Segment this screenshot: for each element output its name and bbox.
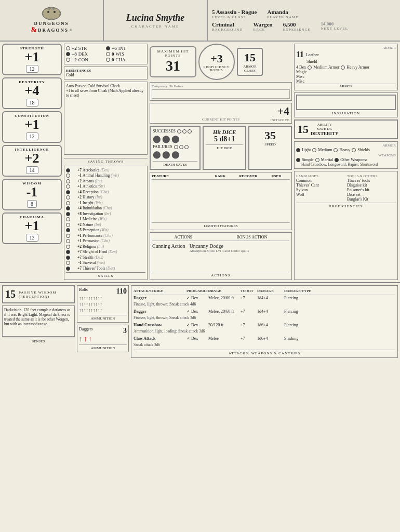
character-name-label: CHARACTER NAME (131, 24, 180, 29)
tool-item: Disguise kit (347, 183, 396, 188)
fail-3[interactable] (184, 145, 189, 149)
armor-class-label: ARMOR CLASS (240, 64, 260, 73)
shields-label: Shields (357, 148, 370, 152)
skill-item: +1 Persuasion (Cha) (66, 238, 145, 244)
current-hp-content: CURRENT HIT POINTS (202, 117, 239, 122)
light-label: Light (302, 148, 311, 152)
heavy-radio[interactable] (334, 148, 338, 152)
armor-type: Leather (306, 52, 318, 57)
medium-armor-radio[interactable] (308, 65, 312, 70)
skill-circle (66, 212, 70, 216)
skill-circle (66, 168, 70, 172)
uncanny-dodge-name: Uncanny Dodge (190, 243, 249, 249)
intelligence-mod: +2 (4, 152, 60, 165)
weapon-type: Piercing (284, 323, 315, 327)
heavy-label: Heavy (339, 148, 350, 152)
misc2-row: Misc (296, 79, 396, 84)
character-name: Lucina Smythe (126, 12, 185, 23)
next-level-label: Next Level (321, 26, 348, 31)
center-column: MAXIMUM HIT POINTS 31 +3 PROFICIENCY BON… (148, 44, 294, 280)
skill-val: -1 (71, 201, 82, 206)
skill-val: -1 (71, 217, 82, 222)
dragon-icon (41, 6, 62, 21)
tool-item: Poisoner's kit (347, 188, 396, 192)
proficiency-box: +3 PROFICIENCY BONUS (198, 44, 235, 80)
languages-title: LANGUAGES (296, 174, 345, 178)
skill-item: +2 Nature (Int) (66, 222, 145, 228)
martial-radio[interactable] (315, 158, 319, 162)
weapons-header-row: ATTACK/STRIKE PROF/ABILITY RANGE TO HIT … (134, 288, 395, 295)
resistances-value: Cold (66, 73, 145, 77)
header-info-top: 5 Assassin - Rogue LEVEL & CLASS Amanda … (212, 9, 396, 19)
level-class-label: LEVEL & CLASS (212, 15, 257, 19)
intelligence-box: INTELLIGENCE +2 14 (2, 145, 62, 177)
magic-row: Magic (296, 70, 396, 74)
stat-cha: 0 CHA (106, 57, 145, 62)
skill-circle (66, 261, 70, 265)
skill-circle (66, 179, 70, 183)
tool-item: Thieves' tools (347, 178, 396, 183)
skill-name: Survival (Wis) (83, 260, 145, 266)
success-3[interactable] (188, 129, 192, 134)
armor-bottom-label: ARMOR (296, 84, 396, 88)
simple-radio[interactable] (296, 158, 300, 162)
skill-val: +5 (71, 228, 82, 233)
light-radio[interactable] (296, 148, 300, 152)
medium-label: Medium (318, 148, 332, 152)
current-hp-box: +4 CURRENT HIT POINTS INITIATIVE (150, 103, 292, 124)
charisma-box: CHARISMA +1 13 (2, 212, 62, 244)
svg-point-2 (54, 11, 56, 13)
skills-box: +7 Acrobatics (Dex) -1 Animal Handling (… (64, 166, 148, 281)
features-header: FEATURE RANK RECOVER USED (152, 174, 290, 180)
actions-col-header: ACTIONS (175, 235, 193, 240)
skill-val: +8 (71, 211, 82, 217)
race-value: Wargen (253, 21, 272, 28)
ammo-bolts-box: Bolts 110 ↑↑↑↑↑↑↑↑↑↑↑↑↑↑↑↑↑↑↑↑↑↑↑↑↑↑↑↑↑↑… (77, 285, 129, 323)
stat-dex-val: +8 (72, 51, 77, 57)
shields-radio[interactable] (352, 148, 356, 152)
actions-box: ACTIONS BONUS ACTION Cunning Action Unca… (150, 232, 292, 280)
background-label: BACKGROUND (212, 28, 243, 32)
weapon-name: Dagger (134, 296, 185, 300)
other-radio[interactable] (335, 158, 339, 162)
max-hp-val: 31 (153, 58, 193, 74)
skill-item: -1 Medicine (Wis) (66, 217, 145, 222)
charisma-score: 13 (26, 234, 38, 242)
stat-str-val: +2 (72, 46, 77, 51)
notes-text: Auto Pass on Cold Survival Check+1 to al… (66, 84, 145, 98)
success-1[interactable] (177, 129, 181, 134)
temp-hp-field[interactable] (152, 89, 290, 99)
skill-val: +4 (71, 190, 82, 195)
armor-class-val: 15 (240, 51, 260, 64)
skill-item: +8 Investigation (Int) (66, 211, 145, 217)
speed-val: 35 (251, 129, 289, 142)
skills-label: SKILLS (66, 272, 145, 278)
experience-field: 6,500 EXPERIENCE (283, 21, 311, 32)
skill-val: +7 (71, 255, 82, 261)
inspiration-field[interactable] (296, 95, 396, 110)
weapon-damage: 1d4+4 (257, 296, 283, 300)
weapon-damage: 1d6+4 (257, 323, 283, 327)
ammo-bolts-header: Bolts 110 (79, 287, 127, 296)
success-2[interactable] (182, 129, 186, 134)
passive-box: 15 PASSIVE WISDOM (PERCEPTION) (2, 285, 75, 303)
senses-text: Darkvision. 120 feet complete darkness a… (4, 308, 73, 326)
heavy-armor-radio[interactable] (341, 65, 345, 70)
stat-con-name: CON (78, 57, 88, 62)
speed-label: SPEED (251, 142, 289, 147)
stat-cha-name: CHA (116, 57, 126, 62)
intelligence-score: 14 (26, 166, 38, 174)
skill-val: +1 (71, 238, 82, 244)
absorption-text: Absorption Stone Lvl 4 and Under spells (190, 249, 249, 253)
armor-num: 11 (296, 50, 304, 59)
fail-1[interactable] (174, 145, 178, 149)
fail-2[interactable] (179, 145, 183, 149)
wisdom-mod: -1 (4, 185, 60, 199)
medium-radio[interactable] (312, 148, 316, 152)
skill-val: +2 (71, 195, 82, 201)
weapon-main-row: Dagger ✓ Dex Melee, 20/60 ft +7 1d4+4 Pi… (134, 295, 395, 308)
armor-types-title: ARMOR (296, 143, 396, 148)
stats-grid: +2 STR +6 INT +8 DEX 0 (66, 46, 145, 62)
stat-con-val: +2 (72, 57, 77, 62)
ammo-daggers-label: AMMUNITION (79, 344, 127, 350)
